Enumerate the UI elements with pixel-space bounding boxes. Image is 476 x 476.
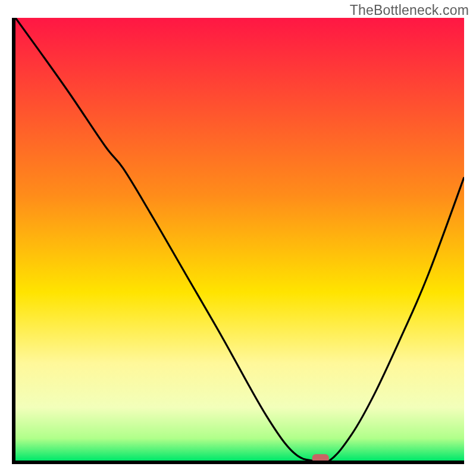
gradient-background [15, 18, 464, 461]
watermark-text: TheBottleneck.com [350, 2, 469, 18]
optimal-marker [312, 454, 329, 461]
chart-container: TheBottleneck.com [0, 0, 476, 476]
chart-svg [15, 18, 464, 461]
axes-frame [12, 18, 464, 464]
plot-area [15, 18, 464, 461]
